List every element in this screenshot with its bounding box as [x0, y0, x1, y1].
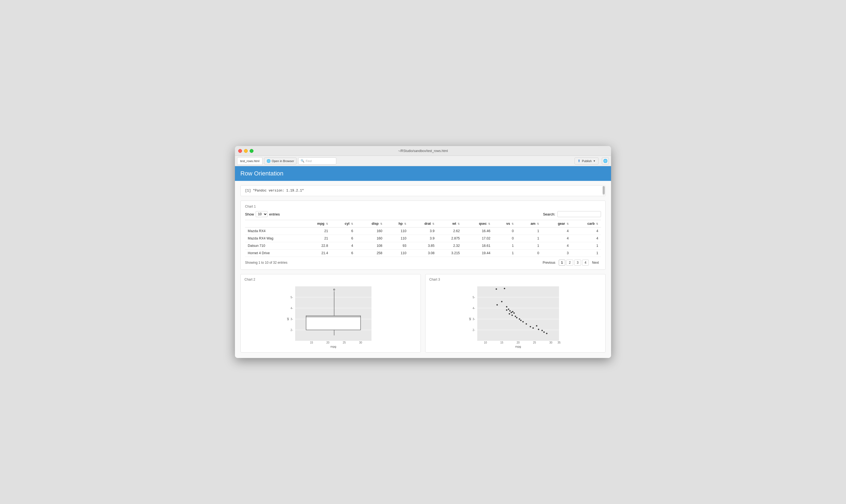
prev-page-button[interactable]: Previous: [541, 260, 558, 265]
open-in-browser-button[interactable]: 🌐 Open in Browser: [264, 158, 297, 165]
scatter-point: [526, 323, 527, 325]
sort-icon-gear: ⇅: [567, 222, 569, 225]
y-axis-title: wt: [469, 318, 472, 321]
entries-select[interactable]: 10 25 50: [255, 211, 268, 217]
col-header-wt[interactable]: wt ⇅: [437, 220, 462, 228]
cell-drat: 3.85: [409, 242, 437, 250]
minimize-button[interactable]: [244, 149, 248, 153]
main-content: [1] "Pandoc version: 1.19.2.1" Chart 1 S…: [235, 181, 611, 358]
cell-name: Datsun 710: [245, 242, 301, 250]
scatter-point: [544, 331, 545, 333]
cell-wt: 3.215: [437, 250, 462, 257]
col-header-carb[interactable]: carb ⇅: [571, 220, 601, 228]
chart3-svg: 5- 4- 3- 2- wt 10 15 20 25 30 35 mpg: [466, 284, 564, 349]
cell-hp: 110: [385, 235, 409, 242]
col-header-gear[interactable]: gear ⇅: [542, 220, 571, 228]
cell-vs: 1: [493, 250, 516, 257]
datatable-controls: Show 10 25 50 entries Search:: [245, 211, 601, 217]
search-label: Search:: [543, 212, 555, 216]
window-title: ~/RStudio/sandbox/test_rows.html: [398, 149, 448, 153]
cell-wt: 2.875: [437, 235, 462, 242]
x-label: 20: [516, 341, 520, 344]
col-header-vs[interactable]: vs ⇅: [493, 220, 516, 228]
pagination: Previous 1 2 3 4 Next: [541, 259, 601, 266]
page-1-button[interactable]: 1: [559, 259, 566, 266]
sort-icon-vs: ⇅: [512, 222, 514, 225]
cell-disp: 160: [356, 235, 385, 242]
scatter-point: [532, 327, 534, 329]
cell-disp: 160: [356, 228, 385, 235]
cell-qsec: 18.61: [462, 242, 493, 250]
cell-carb: 4: [571, 228, 601, 235]
cell-drat: 3.08: [409, 250, 437, 257]
sort-icon-hp: ⇅: [404, 222, 406, 225]
scatter-point: [542, 330, 543, 331]
col-header-hp[interactable]: hp ⇅: [385, 220, 409, 228]
y-label: 2-: [473, 328, 475, 331]
page-2-button[interactable]: 2: [566, 259, 573, 266]
sort-icon-cyl: ⇅: [351, 222, 353, 225]
cell-am: 0: [516, 250, 542, 257]
scatter-point: [536, 325, 537, 327]
chart2-svg: 5- 4- 3- 2- wt 15 20 25 30 mpg: [284, 284, 377, 349]
cell-cyl: 4: [331, 242, 356, 250]
cell-cyl: 6: [331, 235, 356, 242]
col-header-mpg[interactable]: mpg ⇅: [301, 220, 331, 228]
publish-button[interactable]: ⬆ Publish ▼: [575, 158, 599, 165]
col-header-cyl[interactable]: cyl ⇅: [331, 220, 356, 228]
cell-qsec: 19.44: [462, 250, 493, 257]
cell-name: Mazda RX4: [245, 228, 301, 235]
scatter-point: [506, 309, 508, 311]
chart3-svg-container: 5- 4- 3- 2- wt 10 15 20 25 30 35 mpg: [429, 284, 601, 349]
page-4-button[interactable]: 4: [582, 259, 589, 266]
cell-hp: 110: [385, 250, 409, 257]
show-entries: Show 10 25 50 entries: [245, 211, 280, 217]
code-output-box: [1] "Pandoc version: 1.19.2.1": [241, 185, 605, 196]
maximize-button[interactable]: [250, 149, 253, 153]
col-header-am[interactable]: am ⇅: [516, 220, 542, 228]
file-tab[interactable]: test_rows.html: [237, 157, 263, 165]
title-bar: ~/RStudio/sandbox/test_rows.html: [235, 146, 611, 156]
y-label: 5-: [290, 296, 293, 299]
cell-drat: 3.9: [409, 228, 437, 235]
x-label: 25: [533, 341, 536, 344]
scrollbar-track[interactable]: [603, 186, 605, 195]
col-header-disp[interactable]: disp ⇅: [356, 220, 385, 228]
sort-icon-disp: ⇅: [380, 222, 382, 225]
scatter-point: [509, 313, 510, 314]
scrollbar-thumb[interactable]: [603, 186, 605, 194]
col-header-qsec[interactable]: qsec ⇅: [462, 220, 493, 228]
sort-icon-am: ⇅: [537, 222, 539, 225]
globe-small-icon: 🌐: [267, 159, 271, 163]
page-3-button[interactable]: 3: [574, 259, 581, 266]
cell-gear: 4: [542, 235, 571, 242]
scatter-point: [519, 319, 520, 320]
search-input[interactable]: [557, 211, 601, 217]
y-label: 4-: [290, 307, 293, 310]
boxplot-box: [306, 316, 360, 330]
col-header-drat[interactable]: drat ⇅: [409, 220, 437, 228]
sort-icon-carb: ⇅: [596, 222, 598, 225]
sort-icon-mpg: ⇅: [326, 222, 328, 225]
chart2-bg: [295, 286, 371, 341]
refresh-button[interactable]: 🌐: [602, 158, 609, 165]
y-axis-title: wt: [286, 318, 289, 321]
scatter-point: [509, 310, 511, 312]
app-window: ~/RStudio/sandbox/test_rows.html test_ro…: [235, 146, 611, 358]
cell-disp: 108: [356, 242, 385, 250]
search-icon: 🔍: [301, 159, 304, 163]
scatter-point: [512, 314, 513, 316]
code-output-text: [1] "Pandoc version: 1.19.2.1": [245, 189, 304, 193]
scatter-point: [497, 304, 498, 306]
next-page-button[interactable]: Next: [590, 260, 601, 265]
footer-text: Showing 1 to 10 of 32 entries: [245, 261, 287, 265]
find-bar[interactable]: 🔍 Find: [298, 158, 336, 165]
x-label: 30: [549, 341, 552, 344]
cell-wt: 2.62: [437, 228, 462, 235]
chart2-label: Chart 2: [245, 277, 417, 282]
close-button[interactable]: [238, 149, 242, 153]
scatter-point: [530, 326, 531, 327]
col-header-name[interactable]: [245, 220, 301, 228]
y-label: 3-: [290, 318, 293, 321]
search-control: Search:: [543, 211, 601, 217]
